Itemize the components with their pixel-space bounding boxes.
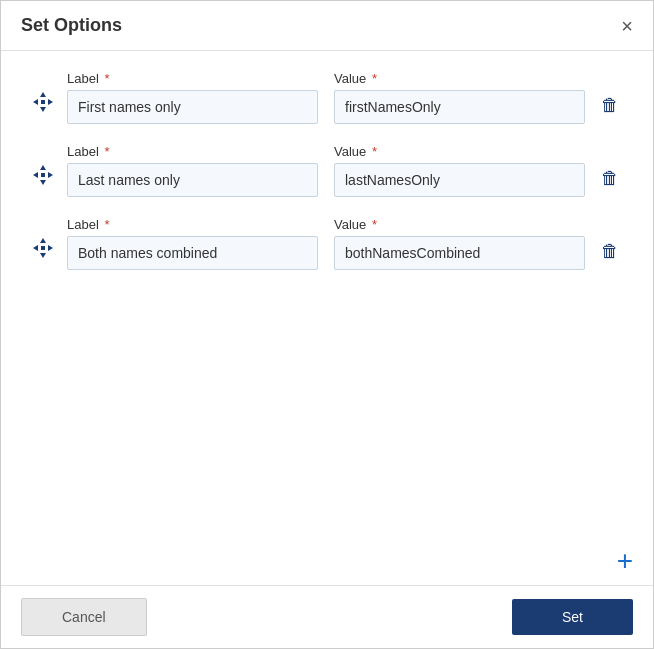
svg-marker-0	[40, 92, 46, 97]
value-field: Value *	[334, 71, 585, 124]
required-star: *	[104, 71, 109, 86]
field-group: Label * Value *	[67, 71, 585, 124]
value-field: Value *	[334, 217, 585, 270]
set-options-dialog: Set Options × Label *	[0, 0, 654, 649]
label-field-label: Label *	[67, 217, 318, 232]
trash-icon: 🗑	[601, 241, 619, 261]
delete-button[interactable]: 🗑	[597, 91, 623, 120]
required-star: *	[104, 144, 109, 159]
add-option-button[interactable]: +	[617, 547, 633, 575]
svg-marker-1	[40, 107, 46, 112]
label-field-label: Label *	[67, 71, 318, 86]
dialog-body: Label * Value * 🗑	[1, 51, 653, 585]
cancel-button[interactable]: Cancel	[21, 598, 147, 636]
svg-marker-7	[33, 172, 38, 178]
label-input[interactable]	[67, 163, 318, 197]
trash-icon: 🗑	[601, 95, 619, 115]
close-button[interactable]: ×	[621, 16, 633, 36]
field-group: Label * Value *	[67, 217, 585, 270]
drag-handle-icon[interactable]	[31, 90, 55, 120]
svg-rect-14	[41, 246, 45, 250]
value-field: Value *	[334, 144, 585, 197]
required-star: *	[372, 217, 377, 232]
svg-marker-12	[33, 245, 38, 251]
required-star: *	[104, 217, 109, 232]
label-field: Label *	[67, 217, 318, 270]
svg-marker-2	[33, 99, 38, 105]
option-row: Label * Value * 🗑	[31, 217, 623, 270]
dialog-title: Set Options	[21, 15, 122, 36]
field-group: Label * Value *	[67, 144, 585, 197]
label-field: Label *	[67, 71, 318, 124]
svg-marker-3	[48, 99, 53, 105]
label-input[interactable]	[67, 90, 318, 124]
drag-handle-icon[interactable]	[31, 163, 55, 193]
dialog-footer: Cancel Set	[1, 585, 653, 648]
trash-icon: 🗑	[601, 168, 619, 188]
set-button[interactable]: Set	[512, 599, 633, 635]
required-star: *	[372, 71, 377, 86]
svg-marker-8	[48, 172, 53, 178]
drag-handle-icon[interactable]	[31, 236, 55, 266]
svg-marker-11	[40, 253, 46, 258]
svg-rect-9	[41, 173, 45, 177]
value-field-label: Value *	[334, 217, 585, 232]
value-input[interactable]	[334, 163, 585, 197]
svg-marker-10	[40, 238, 46, 243]
svg-rect-4	[41, 100, 45, 104]
svg-marker-13	[48, 245, 53, 251]
delete-button[interactable]: 🗑	[597, 164, 623, 193]
svg-marker-5	[40, 165, 46, 170]
option-row: Label * Value * 🗑	[31, 71, 623, 124]
value-input[interactable]	[334, 236, 585, 270]
label-field: Label *	[67, 144, 318, 197]
label-field-label: Label *	[67, 144, 318, 159]
option-row: Label * Value * 🗑	[31, 144, 623, 197]
dialog-header: Set Options ×	[1, 1, 653, 51]
delete-button[interactable]: 🗑	[597, 237, 623, 266]
required-star: *	[372, 144, 377, 159]
value-input[interactable]	[334, 90, 585, 124]
value-field-label: Value *	[334, 71, 585, 86]
value-field-label: Value *	[334, 144, 585, 159]
svg-marker-6	[40, 180, 46, 185]
label-input[interactable]	[67, 236, 318, 270]
